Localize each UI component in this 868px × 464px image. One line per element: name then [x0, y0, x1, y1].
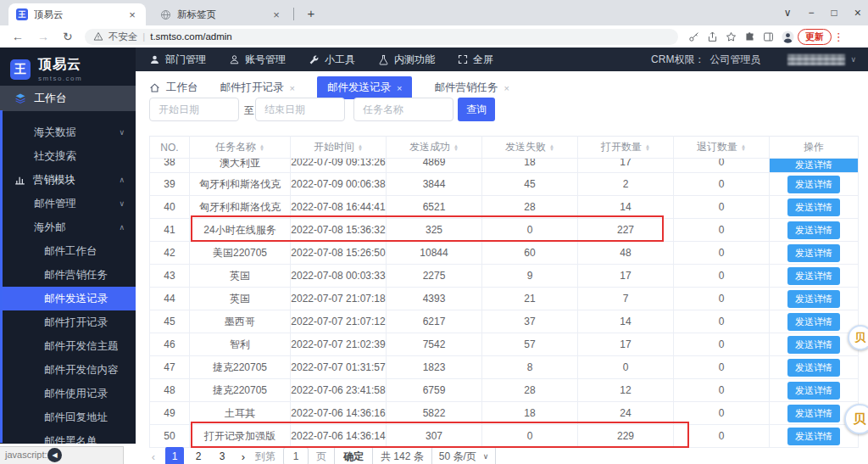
close-tab-icon[interactable]: × — [290, 83, 295, 93]
side-panel-icon[interactable] — [763, 31, 774, 42]
minimize-icon[interactable]: − — [809, 7, 815, 19]
send-detail-button[interactable]: 发送详情 — [770, 159, 858, 172]
start-date-input[interactable] — [149, 98, 239, 121]
app-logo[interactable]: 王 顶易云 smtso.com — [0, 48, 136, 81]
page-button-3[interactable]: 3 — [213, 447, 231, 464]
column-header-content: 操作 — [770, 140, 858, 154]
profile-avatar-icon[interactable] — [782, 31, 794, 43]
prev-page-icon[interactable]: ‹ — [149, 450, 158, 463]
sidebar-item-社交搜索[interactable]: 社交搜索 — [0, 144, 136, 168]
send-detail-button[interactable]: 发送详情 — [787, 244, 840, 262]
sidebar-collapse-button[interactable]: ◀ — [47, 448, 62, 462]
sort-icon[interactable]: ▲▼ — [645, 144, 650, 151]
tab-邮件发送记录[interactable]: 邮件发送记录× — [317, 76, 412, 99]
tab-邮件营销任务[interactable]: 邮件营销任务× — [434, 81, 509, 95]
page-size-select[interactable]: 50 条/页 ∨ — [431, 446, 497, 464]
forward-icon[interactable]: → — [37, 30, 49, 43]
header-nav-全屏[interactable]: 全屏 — [458, 53, 493, 67]
send-detail-button[interactable]: 发送详情 — [787, 359, 840, 377]
sidebar-item-邮件营销任务[interactable]: 邮件营销任务 — [0, 263, 136, 287]
row-no: 38 — [150, 159, 190, 173]
extensions-puzzle-icon[interactable] — [744, 31, 755, 42]
jump-page-input[interactable] — [283, 447, 309, 464]
globe-icon — [160, 9, 171, 20]
back-icon[interactable]: ← — [12, 30, 24, 43]
sort-icon[interactable]: ▲▼ — [358, 144, 363, 151]
send-detail-button[interactable]: 发送详情 — [787, 290, 840, 308]
sort-icon[interactable]: ▲▼ — [259, 144, 264, 151]
send-detail-button[interactable]: 发送详情 — [787, 428, 840, 445]
browser-status-tooltip: javascript:; — [0, 446, 124, 464]
sidebar-item-邮件工作台[interactable]: 邮件工作台 — [0, 239, 136, 263]
browser-menu-icon[interactable]: ⋮ — [833, 31, 844, 43]
sidebar-item-邮件发送记录[interactable]: 邮件发送记录 — [0, 287, 136, 310]
column-header-发送成功[interactable]: 发送成功▲▼ — [387, 137, 482, 159]
sidebar-scroll-indicator[interactable] — [0, 110, 3, 443]
sidebar-item-邮件管理[interactable]: 邮件管理∨ — [0, 192, 136, 215]
browser-tab-newtab[interactable]: 新标签页 × — [153, 3, 290, 25]
address-bar[interactable]: 不安全 | t.smtso.com/admin — [85, 29, 678, 45]
close-window-icon[interactable]: × — [854, 6, 861, 20]
sort-icon[interactable]: ▲▼ — [741, 144, 746, 151]
confirm-button[interactable]: 确定 — [334, 446, 373, 464]
sidebar-item-营销模块[interactable]: 营销模块∧ — [0, 168, 136, 192]
bookmark-star-icon[interactable] — [726, 31, 737, 42]
column-header-label: 开始时间 — [314, 140, 354, 154]
task-name-input[interactable] — [353, 98, 453, 121]
share-icon[interactable] — [707, 31, 718, 42]
chevron-down-icon[interactable]: ∨ — [850, 55, 856, 64]
header-nav-账号管理[interactable]: 账号管理 — [229, 53, 286, 67]
floating-service-badge[interactable]: 贝 — [848, 325, 868, 350]
open-count: 14 — [578, 310, 674, 333]
close-tab-icon[interactable]: × — [397, 83, 402, 93]
column-header-打开数量[interactable]: 打开数量▲▼ — [578, 137, 674, 159]
sidebar: 王 顶易云 smtso.com 工作台 海关数据∨社交搜索营销模块∧邮件管理∨海… — [0, 48, 136, 444]
sidebar-item-邮件打开记录[interactable]: 邮件打开记录 — [0, 310, 136, 334]
close-tab-icon[interactable]: × — [504, 83, 509, 93]
send-detail-button[interactable]: 发送详情 — [787, 382, 840, 400]
page-button-2[interactable]: 2 — [189, 447, 208, 464]
page-button-1[interactable]: 1 — [165, 447, 184, 464]
new-tab-button[interactable]: + — [302, 5, 320, 24]
close-tab-icon[interactable]: × — [270, 8, 282, 21]
send-detail-button[interactable]: 发送详情 — [787, 176, 840, 193]
maximize-icon[interactable]: □ — [832, 7, 837, 19]
column-header-开始时间[interactable]: 开始时间▲▼ — [291, 137, 387, 159]
reload-icon[interactable]: ↻ — [63, 30, 73, 43]
send-detail-button[interactable]: 发送详情 — [787, 336, 840, 354]
sidebar-item-workbench[interactable]: 工作台 — [0, 86, 136, 111]
next-page-icon[interactable]: › — [239, 450, 248, 463]
sort-icon[interactable]: ▲▼ — [453, 144, 459, 151]
close-tab-icon[interactable]: × — [126, 8, 138, 21]
sidebar-item-海关数据[interactable]: 海关数据∨ — [0, 120, 136, 144]
end-date-input[interactable] — [255, 98, 345, 121]
search-button[interactable]: 查询 — [458, 98, 495, 121]
column-header-任务名称[interactable]: 任务名称▲▼ — [190, 137, 291, 159]
password-key-icon[interactable] — [688, 31, 699, 42]
sidebar-item-邮件使用记录[interactable]: 邮件使用记录 — [0, 382, 136, 405]
floating-service-badge[interactable]: 贝 — [844, 404, 868, 434]
sort-icon[interactable]: ▲▼ — [549, 144, 554, 151]
sidebar-item-邮件开发信内容[interactable]: 邮件开发信内容 — [0, 358, 136, 382]
window-menu-icon[interactable]: ∨ — [784, 7, 792, 19]
send-detail-button[interactable]: 发送详情 — [787, 267, 840, 285]
header-nav-内测功能[interactable]: 内测功能 — [378, 53, 435, 67]
clipped-cell: 4869 — [387, 159, 481, 172]
browser-tab-current[interactable]: 王 顶易云 × — [8, 3, 146, 25]
header-nav-小工具[interactable]: 小工具 — [309, 53, 355, 67]
sidebar-item-海外邮[interactable]: 海外邮∧ — [0, 215, 136, 239]
send-detail-button[interactable]: 发送详情 — [787, 313, 840, 331]
send-detail-button[interactable]: 发送详情 — [787, 221, 840, 239]
tab-工作台[interactable]: 工作台 — [149, 81, 198, 95]
user-name-redacted[interactable] — [787, 54, 845, 65]
send-detail-button[interactable]: 发送详情 — [787, 405, 840, 422]
tab-邮件打开记录[interactable]: 邮件打开记录× — [220, 81, 295, 95]
sidebar-item-邮件开发信主题[interactable]: 邮件开发信主题 — [0, 334, 136, 358]
header-nav-部门管理[interactable]: 部门管理 — [149, 53, 206, 67]
send-detail-button[interactable]: 发送详情 — [787, 198, 840, 216]
chrome-update-button[interactable]: 更新 — [798, 29, 832, 45]
sidebar-item-邮件回复地址[interactable]: 邮件回复地址 — [0, 405, 136, 429]
sidebar-item-邮件黑名单[interactable]: 邮件黑名单 — [0, 429, 136, 444]
column-header-发送失败[interactable]: 发送失败▲▼ — [482, 137, 578, 159]
column-header-退订数量[interactable]: 退订数量▲▼ — [674, 137, 770, 159]
